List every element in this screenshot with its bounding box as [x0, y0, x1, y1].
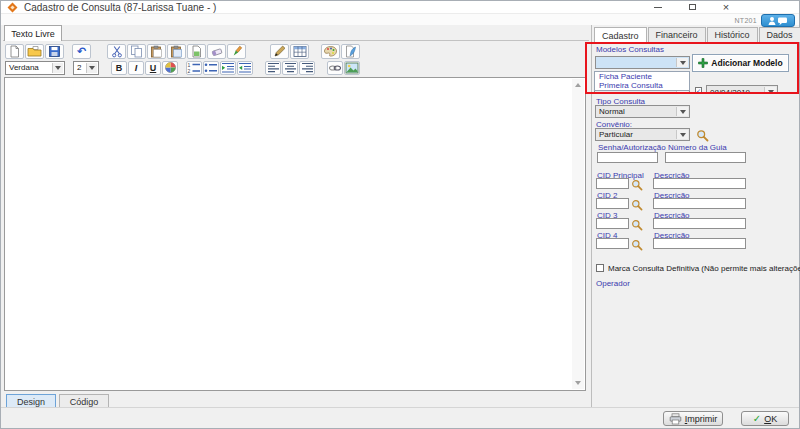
bold-button[interactable]: B	[111, 61, 127, 75]
convenio-select[interactable]: Particular	[595, 128, 690, 141]
operador-label: Operador	[596, 279, 630, 288]
app-window: Cadastro de Consulta (87-Larissa Tuane -…	[0, 0, 800, 429]
save-button[interactable]	[45, 44, 64, 59]
convenio-value: Particular	[599, 130, 633, 139]
ok-label: OK	[764, 414, 777, 424]
insert-page-button[interactable]	[187, 44, 206, 59]
modelos-consultas-select[interactable]	[595, 56, 690, 69]
indent-button[interactable]	[220, 61, 236, 75]
cid3-input[interactable]	[596, 218, 629, 229]
pen-icon	[273, 45, 286, 58]
title-bar: Cadastro de Consulta (87-Larissa Tuane -…	[1, 1, 799, 14]
ok-button[interactable]: ✓ OK	[741, 411, 789, 426]
adicionar-modelo-button[interactable]: Adicionar Modelo	[692, 54, 789, 72]
underline-icon: U	[150, 63, 157, 73]
ordered-list-button[interactable]: 12	[186, 61, 202, 75]
align-center-button[interactable]	[282, 61, 298, 75]
undo-button[interactable]: ↶	[72, 44, 91, 59]
guia-input[interactable]	[665, 152, 746, 163]
copy-button[interactable]	[127, 44, 146, 59]
font-size-select[interactable]: 2	[73, 61, 99, 75]
modelos-option-primeira-consulta[interactable]: Primeira Consulta	[595, 81, 689, 90]
cut-button[interactable]	[107, 44, 126, 59]
minimize-icon	[654, 7, 662, 8]
definitiva-checkbox[interactable]	[596, 264, 604, 272]
insert-table-button[interactable]	[290, 44, 309, 59]
highlighter-brush-icon	[230, 45, 244, 58]
cid2-search-button[interactable]	[631, 197, 643, 215]
table-icon	[293, 45, 307, 58]
scroll-up-button[interactable]	[572, 79, 584, 91]
modelos-option-ficha-paciente[interactable]: Ficha Paciente	[595, 72, 689, 81]
align-left-button[interactable]	[265, 61, 281, 75]
cid3-search-button[interactable]	[631, 217, 643, 235]
editor-toolbar-row1: ↶	[5, 43, 360, 59]
paste-special-button[interactable]	[167, 44, 186, 59]
close-button[interactable]: ×	[713, 1, 739, 13]
date-checkbox[interactable]: ✓	[695, 87, 702, 93]
tabstrip-line	[3, 40, 589, 41]
tipo-consulta-select[interactable]: Normal	[595, 105, 690, 118]
ordered-list-icon: 12	[187, 62, 201, 74]
bullet-list-icon	[204, 62, 218, 74]
cid3-descricao-input[interactable]	[653, 218, 746, 229]
imprimir-button[interactable]: Imprimir	[663, 411, 723, 426]
italic-button[interactable]: I	[128, 61, 144, 75]
magnifier-icon	[631, 239, 643, 251]
top-band	[1, 14, 799, 25]
font-color-button[interactable]	[162, 61, 178, 75]
cid4-search-button[interactable]	[631, 237, 643, 255]
undo-icon: ↶	[77, 46, 86, 56]
cid2-input[interactable]	[596, 198, 629, 209]
color-palette-button[interactable]	[321, 44, 340, 59]
maximize-button[interactable]	[679, 1, 705, 13]
tab-texto-livre[interactable]: Texto Livre	[4, 25, 62, 41]
scroll-down-button[interactable]	[572, 377, 584, 389]
unordered-list-button[interactable]	[203, 61, 219, 75]
rich-text-area[interactable]	[4, 77, 586, 391]
paste-clipboard-icon	[150, 45, 163, 58]
svg-text:2: 2	[188, 68, 191, 74]
tab-financeiro[interactable]: Financeiro	[648, 27, 706, 42]
senha-label: Senha/Autorização	[598, 143, 666, 152]
definitiva-label: Marca Consulta Definitiva (Não permite m…	[608, 264, 800, 273]
tab-historico[interactable]: Histórico	[707, 27, 758, 42]
tab-dados[interactable]: Dados	[759, 27, 800, 42]
insert-link-button[interactable]	[327, 61, 343, 75]
cid2-descricao-input[interactable]	[653, 198, 746, 209]
outdent-button[interactable]	[237, 61, 253, 75]
signature-pen-button[interactable]	[270, 44, 289, 59]
editor-scrollbar[interactable]	[572, 79, 584, 389]
italic-icon: I	[135, 63, 138, 73]
cid4-descricao-input[interactable]	[653, 238, 746, 249]
printer-icon	[669, 413, 682, 425]
imprimir-label: Imprimir	[685, 414, 718, 424]
link-icon	[328, 62, 342, 74]
magnifier-icon	[631, 179, 643, 191]
date-select[interactable]: 08/04/2019	[706, 85, 778, 93]
font-family-select[interactable]: Verdana	[5, 61, 65, 75]
spellcheck-button[interactable]	[341, 44, 360, 59]
new-document-button[interactable]	[5, 44, 24, 59]
tab-cadastro[interactable]: Cadastro	[594, 27, 647, 43]
senha-input[interactable]	[597, 152, 658, 163]
align-right-icon	[301, 62, 314, 74]
insert-image-button[interactable]	[344, 61, 360, 75]
open-file-button[interactable]	[25, 44, 44, 59]
user-badge[interactable]	[761, 14, 795, 27]
eraser-button[interactable]	[207, 44, 226, 59]
highlighter-button[interactable]	[227, 44, 246, 59]
align-right-button[interactable]	[299, 61, 315, 75]
cid1-descricao-input[interactable]	[653, 178, 746, 189]
underline-button[interactable]: U	[145, 61, 161, 75]
check-icon: ✓	[753, 414, 761, 423]
cid4-input[interactable]	[596, 238, 629, 249]
align-left-icon	[267, 62, 280, 74]
minimize-button[interactable]	[645, 1, 671, 13]
paste-button[interactable]	[147, 44, 166, 59]
cid1-input[interactable]	[596, 178, 629, 189]
palette-icon	[323, 45, 338, 58]
save-floppy-icon	[48, 45, 61, 58]
cid1-search-button[interactable]	[631, 177, 643, 195]
outdent-icon	[238, 62, 252, 74]
